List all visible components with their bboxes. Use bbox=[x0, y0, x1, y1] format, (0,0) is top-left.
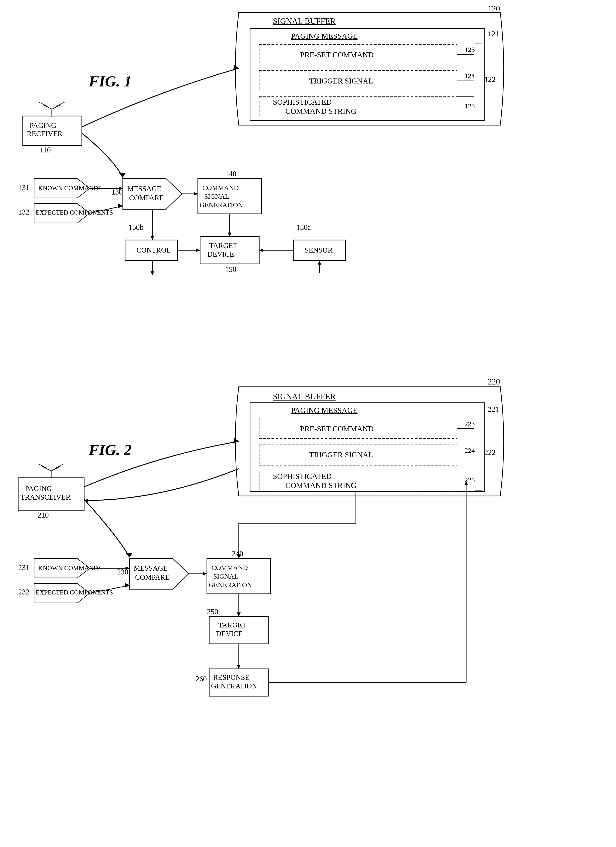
ref-260: 260 bbox=[196, 675, 207, 683]
ref-122: 122 bbox=[484, 75, 496, 84]
arrow-signal-to-target-fig2 bbox=[237, 612, 240, 617]
paging-transceiver-text1-fig2: PAGING bbox=[25, 484, 52, 493]
ref-110: 110 bbox=[40, 146, 51, 154]
ref-223: 223 bbox=[464, 420, 475, 428]
arrow-compare-to-control-fig1 bbox=[150, 236, 154, 240]
trigger-signal-text-fig1: TRIGGER SIGNAL bbox=[309, 77, 373, 85]
arrow-control-to-target-fig1 bbox=[196, 248, 200, 252]
message-compare-text2-fig2: COMPARE bbox=[135, 573, 169, 581]
control-text-fig1: CONTROL bbox=[136, 246, 171, 254]
ref-210: 210 bbox=[37, 511, 49, 519]
arrow-receiver-to-compare-fig1 bbox=[119, 173, 125, 177]
ref-124: 124 bbox=[464, 72, 475, 80]
ref-231: 231 bbox=[18, 564, 29, 572]
response-gen-text2-fig2: GENERATION bbox=[211, 682, 257, 690]
signal-buffer-title-fig1: SIGNAL BUFFER bbox=[273, 16, 336, 26]
ref-240: 240 bbox=[232, 550, 243, 558]
paging-receiver-text1-fig1: PAGING bbox=[29, 121, 56, 130]
diagram-container: FIG. 1 120 SIGNAL BUFFER 121 PAGING MESS… bbox=[0, 0, 616, 847]
command-signal-text2-fig2: SIGNAL bbox=[213, 573, 238, 580]
arrow-target-to-response-fig2 bbox=[237, 665, 240, 669]
ref-150a: 150a bbox=[296, 223, 311, 232]
ref-224: 224 bbox=[464, 447, 475, 454]
ref-221: 221 bbox=[488, 405, 499, 413]
svg-line-9 bbox=[43, 105, 52, 109]
signal-buffer-title-fig2: SIGNAL BUFFER bbox=[273, 392, 336, 401]
arrow-expected-to-compare-fig1 bbox=[118, 204, 123, 208]
svg-line-11 bbox=[39, 102, 48, 106]
ref-222: 222 bbox=[484, 449, 496, 457]
expected-components-text-fig1: EXPECTED COMPONENTS bbox=[36, 209, 113, 216]
ref-150: 150 bbox=[225, 265, 236, 273]
paging-transceiver-text2-fig2: TRANSCEIVER bbox=[21, 493, 71, 501]
command-signal-text1-fig2: COMMAND bbox=[211, 564, 248, 571]
svg-line-34 bbox=[55, 464, 64, 468]
arrow-compare-to-signal-fig1 bbox=[194, 192, 198, 196]
svg-line-31 bbox=[42, 466, 51, 471]
sophisticated-text2-fig2: COMMAND STRING bbox=[285, 481, 357, 490]
arrow-compare-to-signal-fig2 bbox=[203, 572, 207, 575]
main-diagram: FIG. 1 120 SIGNAL BUFFER 121 PAGING MESS… bbox=[0, 0, 616, 847]
arrow-sensor-to-target-fig1 bbox=[259, 248, 263, 252]
ref-120: 120 bbox=[488, 4, 500, 13]
svg-line-10 bbox=[52, 105, 61, 109]
ref-123: 123 bbox=[464, 46, 475, 53]
command-signal-text3-fig2: GENERATION bbox=[209, 581, 252, 589]
message-compare-text1-fig2: MESSAGE bbox=[134, 564, 168, 572]
preset-command-text-fig1: PRE-SET COMMAND bbox=[300, 50, 374, 59]
response-gen-text1-fig2: RESPONSE bbox=[213, 673, 249, 682]
sophisticated-text2-fig1: COMMAND STRING bbox=[285, 107, 357, 115]
message-compare-text2-fig1: COMPARE bbox=[129, 193, 164, 202]
target-device-text1-fig2: TARGET bbox=[218, 621, 246, 629]
fig2-label: FIG. 2 bbox=[88, 441, 132, 459]
message-compare-text1-fig1: MESSAGE bbox=[127, 184, 161, 193]
svg-line-12 bbox=[56, 102, 65, 106]
ref-232: 232 bbox=[18, 588, 29, 596]
command-signal-text2-fig1: SIGNAL bbox=[204, 192, 229, 200]
arrow-up-to-sensor-fig1 bbox=[318, 261, 321, 264]
expected-components-text-fig2: EXPECTED COMPONENTS bbox=[36, 589, 113, 596]
ref-220: 220 bbox=[488, 377, 500, 386]
command-signal-text3-fig1: GENERATION bbox=[200, 201, 243, 209]
target-device-text1-fig1: TARGET bbox=[209, 241, 237, 249]
ref-132: 132 bbox=[18, 208, 29, 216]
command-signal-text1-fig1: COMMAND bbox=[202, 184, 239, 191]
ref-121: 121 bbox=[488, 30, 499, 38]
svg-line-33 bbox=[38, 464, 47, 468]
paging-message-title-fig1: PAGING MESSAGE bbox=[291, 32, 358, 40]
ref-150b: 150b bbox=[128, 223, 143, 232]
arrow-control-down-fig1 bbox=[150, 271, 154, 275]
sophisticated-text1-fig1: SOPHISTICATED bbox=[273, 98, 332, 106]
paging-receiver-text2-fig1: RECEIVER bbox=[27, 130, 62, 138]
ref-125: 125 bbox=[464, 102, 475, 110]
paging-message-title-fig2: PAGING MESSAGE bbox=[291, 406, 358, 415]
arrow-expected-to-compare-fig2 bbox=[125, 583, 130, 588]
arrow-transceiver-to-compare-fig2 bbox=[126, 553, 132, 558]
trigger-signal-text-fig2: TRIGGER SIGNAL bbox=[309, 450, 373, 459]
ref-140: 140 bbox=[225, 170, 236, 178]
sophisticated-text1-fig2: SOPHISTICATED bbox=[273, 472, 332, 481]
arrow-signal-to-target-fig1 bbox=[228, 233, 231, 237]
target-device-text2-fig2: DEVICE bbox=[216, 630, 243, 638]
fig1-label: FIG. 1 bbox=[88, 72, 132, 90]
ref-131: 131 bbox=[18, 184, 29, 192]
svg-line-32 bbox=[51, 466, 60, 471]
target-device-text2-fig1: DEVICE bbox=[207, 250, 234, 258]
preset-command-text-fig2: PRE-SET COMMAND bbox=[300, 425, 374, 433]
sensor-text-fig1: SENSOR bbox=[305, 246, 333, 254]
ref-250: 250 bbox=[207, 608, 218, 616]
